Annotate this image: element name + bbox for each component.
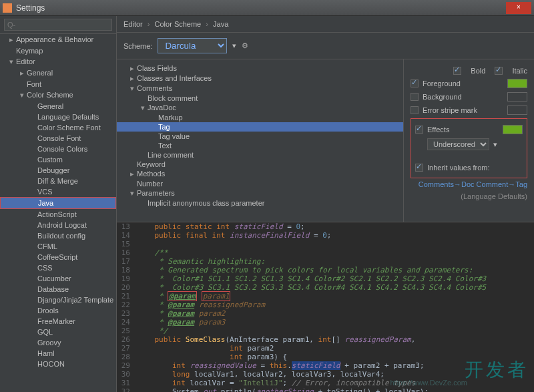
sidebar-item-appearance-behavior[interactable]: ▸Appearance & Behavior	[0, 34, 116, 45]
inherit-checkbox[interactable]	[415, 164, 423, 172]
sidebar-item-django-jinja2-template[interactable]: Django/Jinja2 Template	[0, 295, 116, 305]
main-panel: Editor › Color Scheme › Java Scheme: Dar…	[117, 16, 534, 392]
search-input[interactable]	[4, 19, 112, 31]
errorstripe-swatch[interactable]	[507, 106, 527, 115]
attr-item-number[interactable]: Number	[117, 179, 403, 188]
scheme-row: Scheme: Darcula ▾ ⚙	[117, 33, 534, 59]
errorstripe-label: Error stripe mark	[423, 106, 477, 114]
sidebar-item-diff-merge[interactable]: Diff & Merge	[0, 176, 116, 186]
code-preview[interactable]: 13 public static int staticField = 0;14 …	[117, 222, 534, 392]
sidebar-item-coffeescript[interactable]: CoffeeScript	[0, 252, 116, 262]
sidebar-item-color-scheme-font[interactable]: Color Scheme Font	[0, 122, 116, 133]
background-swatch[interactable]	[507, 92, 527, 102]
sidebar-item-font[interactable]: Font	[0, 79, 116, 89]
inherit-sub: (Language Defaults)	[461, 192, 527, 200]
sidebar-item-cucumber[interactable]: Cucumber	[0, 273, 116, 284]
crumb-java: Java	[213, 20, 228, 28]
sidebar-item-gql[interactable]: GQL	[0, 327, 116, 337]
close-button[interactable]: ×	[506, 2, 531, 14]
sidebar-item-android-logcat[interactable]: Android Logcat	[0, 220, 116, 230]
sidebar-item-debugger[interactable]: Debugger	[0, 165, 116, 176]
effects-checkbox[interactable]	[415, 126, 423, 134]
sidebar-item-actionscript[interactable]: ActionScript	[0, 209, 116, 220]
attr-item-markup[interactable]: Markup	[117, 113, 403, 122]
breadcrumb: Editor › Color Scheme › Java	[117, 16, 534, 33]
sidebar-item-custom[interactable]: Custom	[0, 154, 116, 165]
sidebar-item-groovy[interactable]: Groovy	[0, 337, 116, 348]
attr-item-implicit-anonymous-class-parameter[interactable]: Implicit anonymous class parameter	[117, 198, 403, 208]
sidebar: ▸Appearance & Behavior Keymap▾Editor▸Gen…	[0, 16, 117, 392]
scheme-select[interactable]: Darcula	[158, 38, 227, 53]
effects-type-select[interactable]: Underscored	[427, 138, 489, 150]
effects-swatch[interactable]	[503, 125, 523, 134]
attr-item-comments[interactable]: ▾Comments	[117, 83, 403, 93]
settings-tree[interactable]: ▸Appearance & Behavior Keymap▾Editor▸Gen…	[0, 34, 116, 392]
window-title: Settings	[16, 3, 45, 13]
sidebar-item-general[interactable]: General	[0, 101, 116, 112]
sidebar-item-drools[interactable]: Drools	[0, 305, 116, 316]
sidebar-item-hocon[interactable]: HOCON	[0, 359, 116, 369]
sidebar-item-vcs[interactable]: VCS	[0, 186, 116, 197]
sidebar-item-cfml[interactable]: CFML	[0, 241, 116, 252]
sidebar-item-css[interactable]: CSS	[0, 262, 116, 273]
effects-label: Effects	[427, 126, 449, 134]
sidebar-item-console-colors[interactable]: Console Colors	[0, 144, 116, 154]
app-icon	[3, 3, 12, 13]
sidebar-item-database[interactable]: Database	[0, 284, 116, 295]
sidebar-item-language-defaults[interactable]: Language Defaults	[0, 112, 116, 122]
attr-item-javadoc[interactable]: ▾JavaDoc	[117, 103, 403, 113]
sidebar-item-java[interactable]: Java	[0, 197, 116, 209]
italic-label: Italic	[512, 67, 527, 75]
attributes-tree[interactable]: ▸Class Fields▸Classes and Interfaces▾Com…	[117, 59, 404, 222]
sidebar-item-keymap[interactable]: Keymap	[0, 45, 116, 56]
foreground-label: Foreground	[423, 79, 461, 87]
attr-item-classes-and-interfaces[interactable]: ▸Classes and Interfaces	[117, 73, 403, 83]
attr-item-keyword[interactable]: Keyword	[117, 160, 403, 169]
properties-panel: Bold Italic Foreground Background Error …	[404, 59, 534, 222]
sidebar-item-editor[interactable]: ▾Editor	[0, 56, 116, 67]
italic-checkbox[interactable]	[495, 67, 503, 75]
background-label: Background	[423, 93, 462, 101]
sidebar-item-buildout-config[interactable]: Buildout config	[0, 230, 116, 241]
chevron-right-icon: ›	[145, 20, 153, 28]
titlebar: Settings ×	[0, 0, 534, 16]
chevron-down-icon: ▾	[493, 140, 497, 149]
inherit-link[interactable]: Comments→Doc Comment→Tag	[419, 180, 527, 188]
gear-icon[interactable]: ⚙	[242, 41, 248, 50]
attr-item-block-comment[interactable]: Block comment	[117, 93, 403, 103]
attr-item-line-comment[interactable]: Line comment	[117, 150, 403, 160]
attr-item-methods[interactable]: ▸Methods	[117, 169, 403, 179]
attr-item-parameters[interactable]: ▾Parameters	[117, 188, 403, 198]
search-box	[0, 16, 116, 34]
foreground-swatch[interactable]	[507, 79, 527, 88]
attr-item-text[interactable]: Text	[117, 141, 403, 150]
sidebar-item-general[interactable]: ▸General	[0, 67, 116, 79]
attr-item-class-fields[interactable]: ▸Class Fields	[117, 63, 403, 73]
inherit-label: Inherit values from:	[427, 164, 490, 172]
crumb-color-scheme[interactable]: Color Scheme	[155, 20, 202, 28]
sidebar-item-freemarker[interactable]: FreeMarker	[0, 316, 116, 327]
sidebar-item-color-scheme[interactable]: ▾Color Scheme	[0, 89, 116, 101]
background-checkbox[interactable]	[411, 93, 419, 101]
sidebar-item-console-font[interactable]: Console Font	[0, 133, 116, 144]
sidebar-item-haml[interactable]: Haml	[0, 348, 116, 359]
crumb-editor[interactable]: Editor	[123, 20, 143, 28]
scheme-label: Scheme:	[123, 42, 152, 50]
bold-label: Bold	[471, 67, 485, 75]
errorstripe-checkbox[interactable]	[411, 106, 419, 114]
foreground-checkbox[interactable]	[411, 79, 419, 87]
dropdown-icon[interactable]: ▾	[232, 41, 236, 50]
attr-item-tag[interactable]: Tag	[117, 122, 403, 132]
chevron-right-icon: ›	[203, 20, 211, 28]
bold-checkbox[interactable]	[453, 67, 461, 75]
attr-item-tag-value[interactable]: Tag value	[117, 132, 403, 141]
